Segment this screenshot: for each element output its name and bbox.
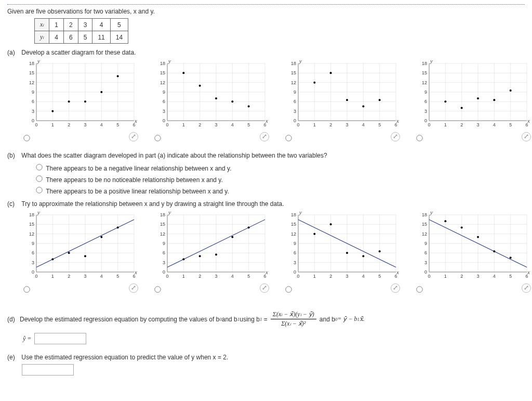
svg-text:18: 18 xyxy=(29,61,34,66)
svg-text:0: 0 xyxy=(166,122,168,127)
svg-text:x: x xyxy=(265,118,268,124)
svg-text:4: 4 xyxy=(231,274,234,279)
svg-text:3: 3 xyxy=(163,260,165,265)
svg-point-295 xyxy=(444,220,446,222)
chart-radio-rowA-4[interactable] xyxy=(416,135,422,141)
svg-text:0: 0 xyxy=(32,269,34,275)
zoom-icon[interactable]: ⤢ xyxy=(522,283,531,293)
intro-text: Given are five observations for two vari… xyxy=(7,8,525,15)
svg-text:3: 3 xyxy=(345,122,348,127)
yhat-input[interactable] xyxy=(34,333,86,344)
svg-text:18: 18 xyxy=(160,61,165,66)
svg-text:12: 12 xyxy=(422,231,427,237)
svg-point-108 xyxy=(346,99,348,101)
data-table: xᵢ 1 2 3 4 5 yᵢ 4 6 5 11 14 xyxy=(34,18,128,44)
svg-text:15: 15 xyxy=(422,70,427,75)
svg-text:12: 12 xyxy=(160,231,165,237)
chart-option-2: 03691215180123456yx⤢ xyxy=(153,211,268,283)
b1-fraction: Σ(xᵢ − x̄)(yᵢ − ȳ) Σ(xᵢ − x̄)² xyxy=(271,311,316,328)
svg-point-35 xyxy=(100,91,102,93)
svg-text:18: 18 xyxy=(29,212,34,217)
svg-text:3: 3 xyxy=(476,122,479,127)
svg-point-144 xyxy=(461,107,463,109)
svg-text:3: 3 xyxy=(84,122,86,127)
opt-b2-text: There appears to be no noticeable relati… xyxy=(46,176,223,184)
svg-text:y: y xyxy=(37,211,40,215)
chart-radio-rowC-4[interactable] xyxy=(416,286,422,292)
svg-text:18: 18 xyxy=(291,212,296,217)
zoom-icon[interactable]: ⤢ xyxy=(391,283,400,293)
svg-text:2: 2 xyxy=(329,274,332,279)
svg-text:0: 0 xyxy=(428,122,430,127)
svg-point-109 xyxy=(362,106,364,108)
svg-text:4: 4 xyxy=(362,274,365,279)
zoom-icon[interactable]: ⤢ xyxy=(260,283,269,293)
chart-option-2: 03691215180123456yx⤢ xyxy=(153,59,268,132)
chart-radio-rowC-1[interactable] xyxy=(23,286,30,292)
svg-text:6: 6 xyxy=(32,250,34,255)
svg-text:1: 1 xyxy=(182,274,185,279)
chart-radio-rowA-1[interactable] xyxy=(23,135,30,141)
zoom-icon[interactable]: ⤢ xyxy=(522,132,531,141)
zoom-icon[interactable]: ⤢ xyxy=(129,132,138,141)
chart-option-4: 03691215180123456yx⤢ xyxy=(415,59,530,132)
svg-text:0: 0 xyxy=(297,274,299,279)
cell-y2: 6 xyxy=(64,31,78,44)
chart-radio-rowA-2[interactable] xyxy=(154,135,161,141)
svg-point-182 xyxy=(68,252,70,254)
svg-text:3: 3 xyxy=(424,109,427,114)
svg-text:0: 0 xyxy=(294,269,296,275)
svg-text:9: 9 xyxy=(32,241,34,246)
svg-point-222 xyxy=(231,236,233,238)
svg-text:12: 12 xyxy=(422,80,427,85)
svg-point-72 xyxy=(231,100,233,102)
part-e-text: Use the estimated regression equation to… xyxy=(21,354,523,361)
chart-radio-rowC-3[interactable] xyxy=(285,286,291,292)
svg-text:2: 2 xyxy=(460,274,463,279)
svg-text:4: 4 xyxy=(231,122,234,127)
svg-text:15: 15 xyxy=(29,70,34,75)
opt-b3[interactable]: There appears to be a positive linear re… xyxy=(33,185,525,195)
svg-text:3: 3 xyxy=(345,274,348,279)
chart-radio-rowA-3[interactable] xyxy=(285,135,291,141)
svg-point-296 xyxy=(461,226,463,228)
part-c-label: (c) xyxy=(7,200,20,208)
svg-point-107 xyxy=(330,72,332,74)
radio-b1[interactable] xyxy=(36,164,42,170)
opt-b2[interactable]: There appears to be no noticeable relati… xyxy=(33,174,525,184)
svg-text:2: 2 xyxy=(198,122,201,127)
svg-text:6: 6 xyxy=(163,250,165,255)
svg-text:0: 0 xyxy=(424,118,427,123)
svg-point-220 xyxy=(199,255,201,257)
part-a-charts: 03691215180123456yx⤢03691215180123456yx⤢… xyxy=(22,59,525,132)
svg-point-146 xyxy=(493,99,495,101)
svg-text:5: 5 xyxy=(247,274,250,279)
cell-y3: 5 xyxy=(78,31,92,44)
svg-point-185 xyxy=(117,226,119,228)
part-b-text: What does the scatter diagram developed … xyxy=(21,152,523,159)
zoom-icon[interactable]: ⤢ xyxy=(391,132,400,141)
zoom-icon[interactable]: ⤢ xyxy=(129,283,138,293)
chart-radio-rowC-2[interactable] xyxy=(154,286,161,292)
svg-point-261 xyxy=(379,250,381,252)
svg-text:y: y xyxy=(168,59,171,64)
svg-text:y: y xyxy=(430,211,433,215)
svg-point-223 xyxy=(248,226,250,228)
svg-point-183 xyxy=(84,255,86,257)
opt-b1[interactable]: There appears to be a negative linear re… xyxy=(33,162,525,172)
row-y-label: yᵢ xyxy=(35,31,49,44)
radio-b3[interactable] xyxy=(36,187,42,193)
svg-text:6: 6 xyxy=(424,250,427,255)
svg-text:0: 0 xyxy=(424,269,427,275)
cell-x1: 1 xyxy=(49,19,64,31)
svg-text:y: y xyxy=(299,59,302,64)
svg-point-69 xyxy=(182,72,184,74)
svg-text:4: 4 xyxy=(493,274,496,279)
svg-point-181 xyxy=(51,258,54,261)
zoom-icon[interactable]: ⤢ xyxy=(260,132,269,141)
svg-text:5: 5 xyxy=(116,274,119,279)
cell-y5: 14 xyxy=(110,31,128,44)
radio-b2[interactable] xyxy=(36,175,42,182)
part-c-text: Try to approximate the relationship betw… xyxy=(21,200,523,208)
part-e-input[interactable] xyxy=(22,364,74,376)
